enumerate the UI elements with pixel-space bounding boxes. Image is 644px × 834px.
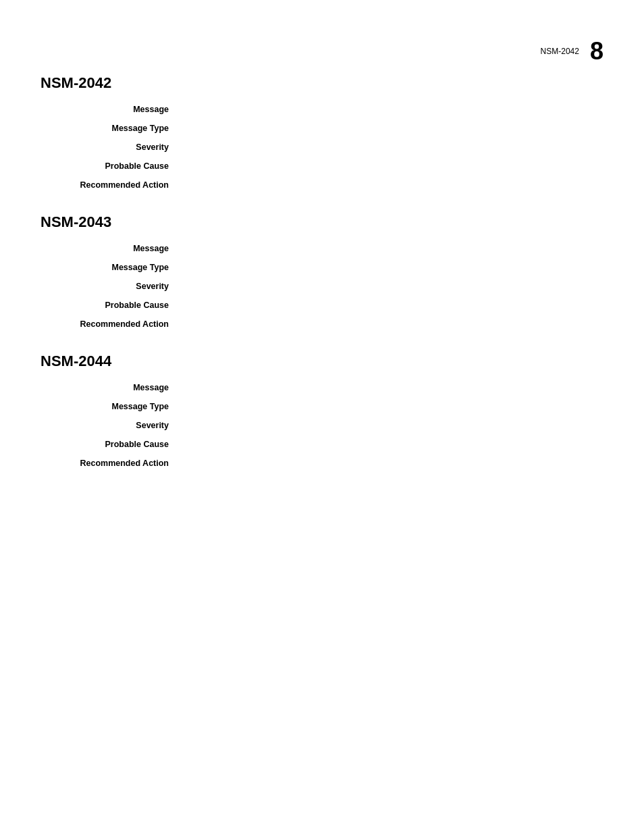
- field-row-message-type-2042: Message Type: [41, 123, 603, 136]
- field-label-message-2043: Message: [41, 243, 182, 257]
- entry-nsm-2043: NSM-2043MessageMessage TypeSeverityProba…: [41, 213, 603, 332]
- field-label-severity-2044: Severity: [41, 420, 182, 434]
- field-row-severity-2044: Severity: [41, 420, 603, 434]
- main-content: NSM-2042MessageMessage TypeSeverityProba…: [0, 0, 644, 471]
- field-label-recommended-action-2044: Recommended Action: [41, 458, 182, 471]
- field-row-message-2043: Message: [41, 243, 603, 257]
- page-header: NSM-2042 8: [541, 37, 603, 66]
- entry-nsm-2043-title: NSM-2043: [41, 213, 603, 231]
- field-label-severity-2043: Severity: [41, 281, 182, 294]
- field-label-probable-cause-2044: Probable Cause: [41, 439, 182, 452]
- page-number: 8: [590, 37, 603, 66]
- field-value-probable-cause-2044: [182, 439, 603, 452]
- field-row-probable-cause-2042: Probable Cause: [41, 161, 603, 174]
- field-label-message-type-2044: Message Type: [41, 401, 182, 415]
- field-label-message-2044: Message: [41, 382, 182, 396]
- field-value-recommended-action-2042: [182, 180, 603, 193]
- field-value-probable-cause-2043: [182, 300, 603, 313]
- field-value-message-type-2043: [182, 262, 603, 276]
- field-value-message-type-2042: [182, 123, 603, 136]
- field-value-recommended-action-2043: [182, 319, 603, 332]
- field-value-message-type-2044: [182, 401, 603, 415]
- field-row-severity-2043: Severity: [41, 281, 603, 294]
- field-row-recommended-action-2043: Recommended Action: [41, 319, 603, 332]
- field-value-severity-2044: [182, 420, 603, 434]
- field-label-recommended-action-2043: Recommended Action: [41, 319, 182, 332]
- field-label-probable-cause-2042: Probable Cause: [41, 161, 182, 174]
- field-label-severity-2042: Severity: [41, 142, 182, 155]
- field-row-severity-2042: Severity: [41, 142, 603, 155]
- field-label-message-type-2042: Message Type: [41, 123, 182, 136]
- field-row-recommended-action-2042: Recommended Action: [41, 180, 603, 193]
- field-value-recommended-action-2044: [182, 458, 603, 471]
- entry-nsm-2042: NSM-2042MessageMessage TypeSeverityProba…: [41, 74, 603, 193]
- field-row-message-type-2043: Message Type: [41, 262, 603, 276]
- entry-nsm-2044-title: NSM-2044: [41, 353, 603, 370]
- field-label-probable-cause-2043: Probable Cause: [41, 300, 182, 313]
- entry-nsm-2044: NSM-2044MessageMessage TypeSeverityProba…: [41, 353, 603, 471]
- field-row-recommended-action-2044: Recommended Action: [41, 458, 603, 471]
- field-row-message-2042: Message: [41, 104, 603, 118]
- field-value-probable-cause-2042: [182, 161, 603, 174]
- field-value-severity-2042: [182, 142, 603, 155]
- field-label-message-type-2043: Message Type: [41, 262, 182, 276]
- field-value-message-2042: [182, 104, 603, 118]
- field-label-recommended-action-2042: Recommended Action: [41, 180, 182, 193]
- field-row-probable-cause-2043: Probable Cause: [41, 300, 603, 313]
- field-value-severity-2043: [182, 281, 603, 294]
- field-row-message-type-2044: Message Type: [41, 401, 603, 415]
- field-row-probable-cause-2044: Probable Cause: [41, 439, 603, 452]
- field-row-message-2044: Message: [41, 382, 603, 396]
- field-value-message-2043: [182, 243, 603, 257]
- field-value-message-2044: [182, 382, 603, 396]
- page-header-label: NSM-2042: [541, 47, 579, 56]
- entry-nsm-2042-title: NSM-2042: [41, 74, 603, 92]
- field-label-message-2042: Message: [41, 104, 182, 118]
